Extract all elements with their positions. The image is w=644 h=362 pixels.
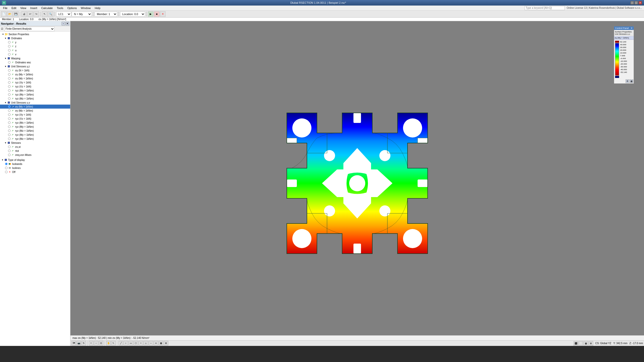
tau-mxs-item[interactable]: ↗ τyz (My = 1kNm) bbox=[0, 93, 70, 97]
sigma-xst-item[interactable]: ↗ σx,st bbox=[0, 145, 70, 149]
tau-tot-item[interactable]: ↗ τtot bbox=[0, 149, 70, 153]
menu-view[interactable]: View bbox=[18, 6, 28, 10]
menu-window[interactable]: Window bbox=[79, 6, 93, 10]
redo-button[interactable]: ↪ bbox=[33, 11, 39, 17]
minimize-button[interactable]: − bbox=[630, 1, 634, 5]
dim-btn[interactable]: ↔ bbox=[149, 341, 153, 345]
canvas-area[interactable]: Control Panel ✕ Surface Properties: Unit… bbox=[70, 21, 644, 346]
tau-vz-uv-item[interactable]: ↗ τyz (Vz = 1kN) bbox=[0, 117, 70, 121]
location-selector[interactable]: Location: 0.0 bbox=[120, 12, 145, 17]
tau-vy-uv-radio[interactable] bbox=[8, 113, 11, 116]
tau-vy-uv-item[interactable]: ↗ τyz (Vy = 1kN) bbox=[0, 113, 70, 117]
run-button[interactable]: ▶ bbox=[148, 11, 153, 17]
sigma-my-uv-item[interactable]: ↗ σy (Mz = 1kNm) bbox=[0, 109, 70, 113]
hatch-btn[interactable]: ▦ bbox=[159, 341, 163, 345]
tau-vy-radio[interactable] bbox=[8, 81, 11, 84]
stop-button[interactable]: ■ bbox=[154, 11, 159, 17]
select-btn[interactable]: ↖ bbox=[111, 341, 116, 345]
type-display-expand[interactable]: ▼ bbox=[1, 158, 4, 161]
maximize-button[interactable]: □ bbox=[634, 1, 638, 5]
select-button[interactable]: ↖ bbox=[42, 11, 47, 17]
tau-extra2-radio[interactable] bbox=[8, 138, 11, 140]
lc-selector[interactable]: LC1 bbox=[56, 12, 71, 17]
section-expand[interactable]: ▼ bbox=[2, 33, 5, 36]
tau-vy-item[interactable]: ↗ τyz (Vy = 1kN) bbox=[0, 80, 70, 84]
fit-btn[interactable]: ⊡ bbox=[99, 341, 103, 345]
warping-expand[interactable]: ▼ bbox=[4, 57, 7, 60]
menu-file[interactable]: File bbox=[1, 6, 10, 10]
stresses-expand[interactable]: ▼ bbox=[4, 141, 7, 144]
zoom-out-btn[interactable]: − bbox=[94, 341, 98, 345]
table-btn[interactable]: ⊞ bbox=[164, 341, 168, 345]
fea-dropdown[interactable]: Finite Element Analysis bbox=[4, 27, 55, 31]
sigma-my-radio[interactable] bbox=[8, 73, 11, 76]
navigator-btn[interactable]: 🗺 bbox=[71, 341, 76, 345]
tau-tot-radio[interactable] bbox=[8, 150, 11, 152]
sigma-xst-radio[interactable] bbox=[8, 146, 11, 148]
close-results-button[interactable]: ✕ bbox=[160, 11, 166, 17]
circle-btn[interactable]: ○ bbox=[124, 341, 128, 345]
warping-item[interactable]: ▼ Warping bbox=[0, 56, 70, 60]
sigma-my-item[interactable]: ↗ σy (My = 1kNm) bbox=[0, 72, 70, 76]
ordinates-item[interactable]: ▼ Ordinates bbox=[0, 36, 70, 40]
menu-calculate[interactable]: Calculate bbox=[39, 6, 55, 10]
tau-vz-radio[interactable] bbox=[8, 85, 11, 88]
z-radio[interactable] bbox=[8, 45, 11, 48]
ordinates-wsc-item[interactable]: ↗ Ordinates wsc bbox=[0, 60, 70, 64]
text-btn[interactable]: A bbox=[154, 341, 158, 345]
undo-button[interactable]: ↩ bbox=[27, 11, 33, 17]
view-button[interactable]: 🔍 bbox=[48, 11, 53, 17]
unit-stresses-uv-expand[interactable]: ▼ bbox=[4, 101, 7, 104]
n-my-selector[interactable]: N = My bbox=[72, 12, 92, 17]
ordinates-wsc-radio[interactable] bbox=[8, 61, 11, 64]
sigma-n-item[interactable]: ↗ σy (N = 1kN) bbox=[0, 68, 70, 72]
ordinates-expand[interactable]: ▼ bbox=[4, 37, 7, 40]
isolines-item[interactable]: Isolines bbox=[0, 166, 70, 170]
unit-stresses-yz-expand[interactable]: ▼ bbox=[4, 65, 7, 68]
close-button[interactable]: ✕ bbox=[638, 1, 642, 5]
node-btn[interactable]: • bbox=[139, 341, 143, 345]
isobands-radio[interactable] bbox=[5, 163, 8, 165]
print-button[interactable]: 🖨 bbox=[21, 11, 27, 17]
section-properties-item[interactable]: ▼ 📁 Section Properties bbox=[0, 32, 70, 36]
tau-mxp-uv-item[interactable]: ↗ τyz (Mx = 1kNm) bbox=[0, 121, 70, 125]
open-button[interactable]: 📂 bbox=[7, 11, 13, 17]
tau-mxs-uv-item[interactable]: ↗ τyz (My = 1kNm) bbox=[0, 125, 70, 129]
tau-mzs-uv-radio[interactable] bbox=[8, 129, 11, 132]
zoom-in-btn[interactable]: + bbox=[89, 341, 93, 345]
nav-close-btn[interactable]: ✕ bbox=[66, 22, 69, 25]
view1-btn[interactable]: ⬛ bbox=[574, 341, 578, 346]
isolines-radio[interactable] bbox=[5, 167, 8, 169]
y-item[interactable]: ↗ y bbox=[0, 40, 70, 44]
type-display-item[interactable]: ▼ Type of display bbox=[0, 158, 70, 162]
camera-btn[interactable]: 📷 bbox=[76, 341, 81, 345]
tau-extra1-radio[interactable] bbox=[8, 133, 11, 136]
unit-stresses-yz-item[interactable]: ▼ Unit Stresses y,z bbox=[0, 64, 70, 68]
sigma-mz-item[interactable]: ↗ σy (Mz = 1kNm) bbox=[0, 76, 70, 80]
tau-extra1-item[interactable]: ↗ τyz (My = 1kNm) bbox=[0, 133, 70, 137]
search-input[interactable] bbox=[525, 6, 565, 10]
stresses-item[interactable]: ▼ Stresses bbox=[0, 141, 70, 145]
tau-mxp-uv-radio[interactable] bbox=[8, 121, 11, 124]
menu-options[interactable]: Options bbox=[65, 6, 79, 10]
tau-vz-uv-radio[interactable] bbox=[8, 117, 11, 120]
tau-mxs-uv-radio[interactable] bbox=[8, 125, 11, 128]
v-item[interactable]: ↗ v bbox=[0, 52, 70, 56]
new-button[interactable]: 📄 bbox=[1, 11, 7, 17]
constraint-btn[interactable]: ⊥ bbox=[144, 341, 148, 345]
tau-mzs-uv-item[interactable]: ↗ τyz (Mz = 1kNm) bbox=[0, 129, 70, 133]
pan-btn[interactable]: ✋ bbox=[106, 341, 111, 345]
line-btn[interactable]: ╱ bbox=[118, 341, 123, 345]
menu-edit[interactable]: Edit bbox=[10, 6, 18, 10]
legend-table-btn[interactable]: ▦ bbox=[630, 79, 633, 83]
view3-btn[interactable]: ▦ bbox=[584, 341, 588, 346]
tau-mxp-item[interactable]: ↗ τyz (Mx = 1kNm) bbox=[0, 88, 70, 93]
tau-mzs-radio[interactable] bbox=[8, 97, 11, 100]
off-item[interactable]: ✕ Off bbox=[0, 170, 70, 174]
view2-btn[interactable]: ⬜ bbox=[579, 341, 583, 346]
control-panel-close[interactable]: ✕ bbox=[631, 27, 633, 29]
off-radio[interactable] bbox=[5, 171, 8, 173]
menu-tools[interactable]: Tools bbox=[55, 6, 65, 10]
menu-insert[interactable]: Insert bbox=[28, 6, 39, 10]
view4-btn[interactable]: ⊞ bbox=[589, 341, 593, 346]
